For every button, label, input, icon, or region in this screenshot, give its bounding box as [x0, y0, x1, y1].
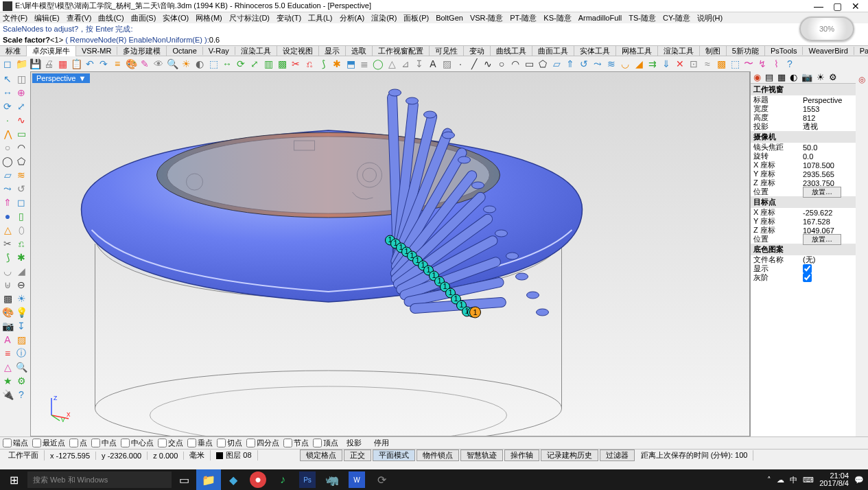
menu-item[interactable]: CY-随意 [663, 13, 690, 23]
osnap-option[interactable]: 中点 [91, 438, 117, 448]
explode-icon[interactable]: ✱ [331, 58, 343, 70]
curve-icon[interactable]: ∿ [15, 114, 27, 126]
menu-item[interactable]: 编辑(E) [34, 13, 60, 23]
panel-checkbox[interactable] [803, 273, 812, 282]
toolbar-tab[interactable]: 变动 [464, 46, 491, 56]
zoom-icon[interactable]: 🔍 [166, 58, 178, 70]
tray-notifications-icon[interactable]: 💬 [854, 476, 864, 485]
toolbar-tab[interactable]: 渲染工具 [658, 46, 700, 56]
toolbar-tab[interactable]: 曲线工具 [491, 46, 532, 56]
mesh-icon[interactable]: ▩ [715, 58, 727, 70]
toolbar-tab[interactable]: 卓尔谟犀牛 [27, 46, 76, 56]
polygon-icon[interactable]: ⬠ [15, 155, 27, 167]
menu-item[interactable]: VSR-随意 [470, 13, 503, 23]
clipboard-icon[interactable]: 📋 [70, 58, 82, 70]
toolbar-tab[interactable]: 5新功能 [727, 46, 765, 56]
revolve-icon[interactable]: ↺ [15, 183, 27, 195]
rect-icon[interactable]: ▭ [15, 128, 27, 140]
text-icon[interactable]: A [427, 58, 439, 70]
fillet-icon[interactable]: ◡ [619, 58, 631, 70]
hatch-icon[interactable]: ▨ [441, 58, 453, 70]
group-icon[interactable]: ⬒ [344, 58, 357, 70]
zoom-indicator[interactable]: 30% [799, 16, 854, 41]
chamfer-icon[interactable]: ◢ [15, 265, 27, 277]
panel-checkbox[interactable] [803, 264, 812, 273]
osnap-option[interactable]: 最近点 [32, 438, 65, 448]
split-icon[interactable]: ⎌ [303, 58, 316, 70]
array-icon[interactable]: ▩ [276, 58, 288, 70]
sweep-icon[interactable]: ⤳ [591, 58, 604, 70]
layer-icon[interactable]: ≡ [111, 58, 124, 70]
status-toggle[interactable]: 平面模式 [373, 450, 415, 461]
menu-item[interactable]: 网格(M) [196, 13, 222, 23]
hatch-icon[interactable]: ▨ [15, 334, 27, 346]
open-icon[interactable]: 📁 [15, 58, 27, 70]
project-icon[interactable]: ⇓ [660, 58, 672, 70]
toolbar-tab[interactable]: Octane [167, 47, 202, 55]
star-icon[interactable]: ★ [1, 375, 14, 387]
split-icon[interactable]: ⎌ [15, 237, 27, 250]
move-icon[interactable]: ↔ [221, 58, 233, 70]
rotate-icon[interactable]: ⟳ [235, 58, 247, 70]
fillet-icon[interactable]: ◡ [1, 265, 14, 277]
explode-icon[interactable]: ✱ [15, 251, 27, 264]
dim-icon[interactable]: ↧ [413, 58, 425, 70]
task-view-icon[interactable]: ▭ [172, 469, 196, 490]
cage-icon[interactable]: ⬚ [729, 58, 741, 70]
osnap-checkbox[interactable] [246, 439, 255, 447]
cone-icon[interactable]: △ [1, 224, 14, 236]
toolbar-tab[interactable]: PsTools [765, 47, 804, 55]
revolve-icon[interactable]: ↺ [578, 58, 590, 70]
osnap-option[interactable]: 垂点 [187, 438, 213, 448]
chamfer-icon[interactable]: ◢ [633, 58, 645, 70]
box-icon[interactable]: ◻ [15, 196, 27, 209]
toolbar-tab[interactable]: 多边形建模 [117, 46, 167, 56]
tube-icon[interactable]: ⬯ [15, 224, 27, 236]
status-toggle[interactable]: 操作轴 [504, 450, 539, 461]
new-icon[interactable]: ◻ [1, 58, 14, 70]
cmd-options[interactable]: ( RemoveNode(R) EnableNonUniform(E) ): [65, 36, 209, 44]
toolbar-tab[interactable]: 渲染工具 [235, 46, 277, 56]
panel-tab-gear-icon[interactable]: ⚙ [829, 72, 837, 82]
osnap-button[interactable]: 投影 [342, 438, 366, 448]
polygon-icon[interactable]: ⬠ [537, 58, 549, 70]
toolbar-tab[interactable]: 实体工具 [574, 46, 616, 56]
taskbar-app-explorer-icon[interactable]: 📁 [196, 469, 221, 490]
loft-icon[interactable]: ≋ [605, 58, 618, 70]
help-icon[interactable]: ? [15, 388, 27, 401]
maximize-button[interactable]: ▢ [833, 1, 842, 12]
taskbar-app-1-icon[interactable]: ◆ [221, 469, 246, 490]
redo-icon[interactable]: ↷ [97, 58, 110, 70]
taskbar-app-steam-icon[interactable]: ⟳ [369, 469, 394, 490]
osnap-option[interactable]: 节点 [283, 438, 309, 448]
wireframe-icon[interactable]: ⬚ [207, 58, 220, 70]
taskbar-app-music-icon[interactable]: ♪ [270, 469, 295, 490]
taskbar-search[interactable]: 搜索 Web 和 Windows [27, 471, 172, 488]
arc-icon[interactable]: ◠ [15, 141, 27, 154]
select-icon[interactable]: ↖ [1, 73, 14, 85]
place-button[interactable]: 放置… [803, 187, 841, 198]
camera-icon[interactable]: 📷 [1, 320, 14, 332]
taskbar-app-rhino-icon[interactable]: 🦏 [320, 469, 344, 490]
toolbar-tab[interactable]: V-Ray [203, 47, 235, 55]
join-icon[interactable]: ⟆ [1, 251, 14, 264]
panel-tab-display-icon[interactable]: ▦ [777, 72, 786, 82]
osnap-checkbox[interactable] [91, 439, 100, 447]
trim-icon[interactable]: ✂ [290, 58, 302, 70]
contour-icon[interactable]: ≈ [701, 58, 714, 70]
osnap-checkbox[interactable] [32, 439, 41, 447]
extrude-icon[interactable]: ⇑ [564, 58, 576, 70]
menu-item[interactable]: BoltGen [436, 14, 463, 22]
place-button[interactable]: 放置… [803, 234, 841, 245]
move-icon[interactable]: ↔ [1, 86, 14, 99]
menu-item[interactable]: PT-随意 [510, 13, 537, 23]
taskbar-app-2-icon[interactable]: ● [250, 471, 266, 488]
menu-item[interactable]: 渲染(R) [371, 13, 397, 23]
status-toggle[interactable]: 正交 [344, 450, 371, 461]
copy-icon[interactable]: ⊕ [15, 86, 27, 99]
print-icon[interactable]: 🖨 [43, 58, 55, 70]
point-icon[interactable]: · [454, 58, 467, 70]
osnap-button[interactable]: 停用 [370, 438, 393, 448]
toolbar-tab[interactable]: 显示 [319, 46, 346, 56]
status-toggle[interactable]: 过滤器 [600, 450, 635, 461]
